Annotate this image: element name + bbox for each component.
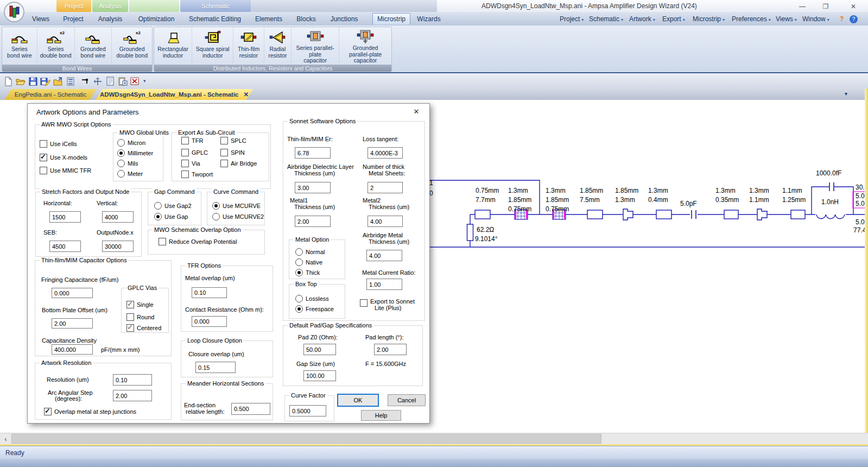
metal2-thickness-input[interactable]: 4.00	[368, 216, 403, 227]
radio-circle[interactable]	[295, 295, 303, 302]
checkbox-box[interactable]	[126, 301, 134, 308]
checkbox-box[interactable]	[220, 137, 228, 144]
menu-window[interactable]: Window	[802, 15, 829, 23]
radio-circle[interactable]	[295, 248, 303, 256]
checkbox-overlap-metal[interactable]: Overlap metal at step junctions	[44, 408, 136, 415]
menu-schematic[interactable]: Schematic	[589, 15, 623, 23]
delete-image-icon[interactable]	[129, 75, 141, 87]
contact-resistance-input[interactable]: 0.000	[192, 316, 227, 327]
radio-circle[interactable]	[295, 258, 303, 266]
checkbox-box[interactable]	[126, 324, 134, 332]
help-button[interactable]: Help	[361, 410, 401, 421]
checkbox-box[interactable]	[126, 313, 134, 321]
radio-millimeter[interactable]: Millimeter	[117, 149, 153, 157]
er-input[interactable]: 6.78	[295, 147, 331, 159]
horizontal-scrollbar[interactable]: ‹	[0, 433, 868, 444]
help-colored-icon[interactable]: ?	[840, 15, 844, 23]
radio-circle[interactable]	[117, 170, 125, 178]
report-icon[interactable]	[65, 75, 76, 87]
checkbox-twoport[interactable]: Twoport	[181, 171, 213, 178]
checkbox-box[interactable]	[40, 154, 47, 161]
radio-use-mcurve[interactable]: Use MCURVE	[212, 202, 261, 210]
doc-tab-close-icon[interactable]: ✕	[243, 91, 249, 98]
export-folder-icon[interactable]	[52, 75, 64, 87]
resolution-input[interactable]: 0.10	[113, 374, 152, 386]
open-icon[interactable]	[15, 75, 26, 87]
radio-circle[interactable]	[212, 213, 220, 220]
radio-micron[interactable]: Micron	[117, 139, 145, 147]
gap-size-input[interactable]: 100.00	[303, 370, 336, 381]
airbridge-metal-input[interactable]: 4.00	[366, 250, 402, 261]
doc-tab-adwdsgn4syn[interactable]: ADWDsgn4Syn_LoadNtw_Msp.ani - Schematic …	[96, 89, 253, 100]
menu-project[interactable]: Project	[560, 15, 584, 23]
checkbox-use-x-models[interactable]: Use X-models	[40, 154, 87, 161]
mlin-element[interactable]	[475, 210, 490, 219]
ribbon-item-rectangular-inductor[interactable]: Rectangularinductor	[154, 27, 192, 64]
checkbox-box[interactable]	[44, 408, 52, 415]
checkbox-round[interactable]: Round	[126, 313, 154, 321]
checkbox-spin[interactable]: SPIN	[220, 149, 245, 156]
tab-microstrip[interactable]: Microstrip	[372, 13, 410, 24]
end-section-input[interactable]: 0.500	[231, 403, 270, 415]
ribbon-item-series-parallel-plate-capacitor[interactable]: Series parallel-platecapacitor	[292, 27, 339, 64]
save-as-icon[interactable]	[40, 75, 51, 87]
radio-freespace[interactable]: Freespace	[295, 305, 334, 313]
tab-schematic-editing[interactable]: Schematic Editing	[186, 14, 244, 24]
tab-elements[interactable]: Elements	[252, 14, 286, 24]
radio-circle[interactable]	[117, 149, 125, 157]
restore-button[interactable]: ❐	[818, 2, 833, 11]
radio-circle[interactable]	[117, 139, 125, 147]
radio-thick[interactable]: Thick	[295, 269, 320, 276]
checkbox-use-icells[interactable]: Use iCells	[40, 140, 77, 148]
mlin-element[interactable]	[724, 210, 738, 219]
pad-length-input[interactable]: 2.00	[374, 344, 407, 355]
doc-tab-engpedia[interactable]: EngPedia.ani - Schematic	[4, 89, 97, 100]
arc-angular-step-input[interactable]: 2.00	[113, 390, 152, 401]
radio-circle[interactable]	[154, 213, 162, 220]
shunt-stub-element[interactable]	[467, 224, 473, 241]
checkbox-tfr[interactable]: TFR	[181, 137, 203, 144]
minimize-button[interactable]: —	[795, 2, 810, 11]
node-tool-icon[interactable]	[92, 75, 103, 87]
capacitance-density-input[interactable]: 400.000	[52, 344, 93, 355]
radio-circle[interactable]	[295, 269, 303, 276]
checkbox-box[interactable]	[181, 160, 189, 167]
checkbox-box[interactable]	[181, 149, 189, 156]
app-logo-icon[interactable]	[3, 1, 25, 25]
checkbox-box[interactable]	[220, 160, 228, 167]
outputnode-input[interactable]: 30000	[102, 241, 134, 252]
menu-export[interactable]: Export	[662, 15, 685, 23]
radio-circle[interactable]	[212, 202, 220, 210]
radio-use-gap2[interactable]: Use Gap2	[154, 202, 192, 210]
metal-current-ratio-input[interactable]: 1.00	[366, 279, 402, 290]
pad-z0-input[interactable]: 50.00	[303, 344, 336, 355]
ribbon-item-series-double-bond[interactable]: x2 Seriesdouble bond	[37, 27, 75, 64]
mlin-element[interactable]	[587, 210, 603, 219]
vertical-input[interactable]: 4000	[102, 211, 134, 223]
radio-mils[interactable]: Mils	[117, 160, 138, 167]
toolbar-overflow-icon[interactable]: ▾	[143, 78, 146, 84]
checkbox-box[interactable]	[159, 238, 166, 245]
ribbon-item-square-spiral-inductor[interactable]: Square spiralinductor	[192, 27, 233, 64]
radio-lossless[interactable]: Lossless	[295, 295, 329, 302]
radio-circle[interactable]	[154, 202, 162, 210]
radio-use-mcurve2[interactable]: Use MCURVE2	[212, 213, 264, 220]
radio-normal[interactable]: Normal	[295, 248, 325, 256]
radio-use-gap[interactable]: Use Gap	[154, 213, 188, 220]
tab-blocks[interactable]: Blocks	[293, 14, 319, 24]
checkbox-centered[interactable]: Centered	[126, 324, 161, 332]
checkbox-via[interactable]: Via	[181, 160, 200, 167]
help-circle-icon[interactable]: ?	[850, 15, 858, 23]
checkbox-splc[interactable]: SPLC	[220, 137, 246, 144]
seb-input[interactable]: 4500	[49, 241, 81, 252]
mlin-element[interactable]	[656, 210, 671, 219]
radio-circle[interactable]	[117, 160, 125, 167]
paste-array-icon[interactable]	[117, 75, 128, 87]
fringing-input[interactable]: 0.000	[52, 288, 93, 298]
radio-circle[interactable]	[295, 305, 303, 313]
stretch-tool-icon[interactable]	[79, 75, 91, 87]
number-thick-input[interactable]: 2	[368, 182, 403, 193]
step-junction-element[interactable]	[623, 209, 633, 220]
ribbon-item-grounded-parallel-plate-capacitor[interactable]: Groundedparallel-plate capacitor	[339, 27, 391, 64]
bottom-plate-input[interactable]: 2.00	[52, 318, 93, 329]
